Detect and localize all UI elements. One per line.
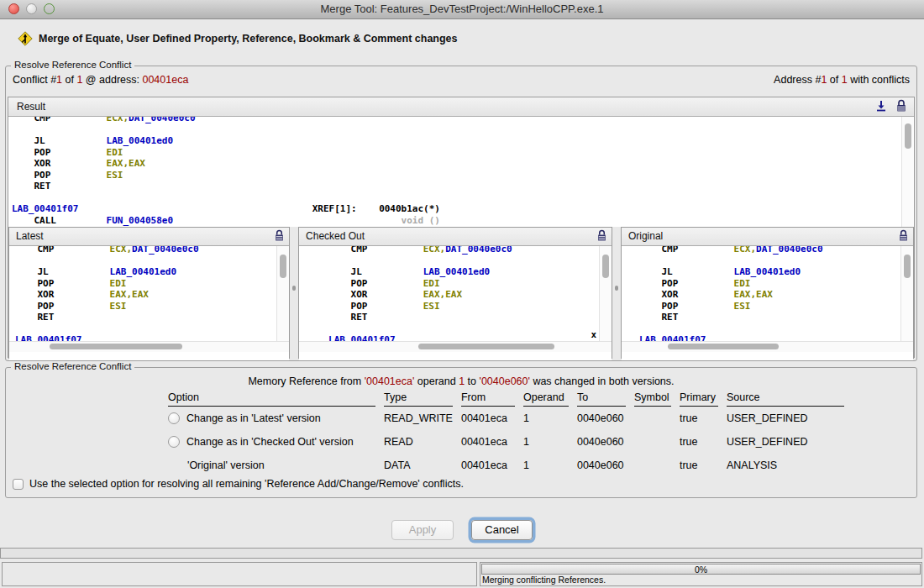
conflict-option-row: 'Original' versionDATA00401eca10040e060t… [168,454,853,477]
cell-source: USER_DEFINED [727,430,853,454]
status-left-panel [2,562,477,586]
latest-vertical-scrollbar[interactable] [276,246,289,341]
checked-out-panel: Checked Out CMP ECX,DAT_0040e0c0 JL [298,227,612,359]
cell-symbol [634,454,680,477]
banner-text: Merge of Equate, User Defined Property, … [39,33,458,45]
scrollbar-thumb[interactable] [418,344,554,349]
lock-icon[interactable] [895,99,907,113]
latest-horizontal-scrollbar[interactable] [9,341,289,352]
checked-out-listing[interactable]: CMP ECX,DAT_0040e0c0 JL LAB_00401ed0 POP… [299,246,612,341]
column-header: Primary [680,391,718,407]
assembly-line: POP EDI [639,278,913,290]
scrollbar-thumb[interactable] [50,344,182,349]
checked-out-vertical-scrollbar[interactable] [599,246,612,341]
status-right-panel: 0% Merging conflicting References. [480,562,922,586]
table-header-row: OptionTypeFromOperandToSymbolPrimarySour… [168,391,853,407]
option-label: 'Original' version [187,459,265,471]
checked-out-horizontal-scrollbar[interactable] [299,341,612,352]
cell-operand: 1 [523,430,577,454]
conflict-option-table: OptionTypeFromOperandToSymbolPrimarySour… [168,391,853,477]
panel-splitter[interactable] [612,227,621,359]
assembly-line: JL LAB_00401ed0 [639,266,913,278]
use-for-all-checkbox[interactable] [13,479,24,490]
original-vertical-scrollbar[interactable] [900,246,913,341]
download-icon[interactable] [874,99,888,113]
assembly-line: XOR EAX,EAX [328,289,612,301]
cell-from: 00401eca [461,454,523,477]
latest-listing[interactable]: CMP ECX,DAT_0040e0c0 JL LAB_00401ed0 POP… [9,246,289,341]
cell-from: 00401eca [461,407,523,430]
option-radio[interactable] [168,412,180,424]
conflict-summary: Conflict #1 of 1 @ address: 00401eca Add… [13,74,910,86]
checked-out-assembly: CMP ECX,DAT_0040e0c0 JL LAB_00401ed0 POP… [299,246,612,341]
scrollbar-thumb[interactable] [602,255,609,278]
cursor-marker: x [591,329,596,340]
conflict-option-row: Change as in 'Latest' versionREAD_WRITE0… [168,407,853,430]
assembly-line: LAB_00401f07 XREF[1]: 0040b1ac(*) [12,203,914,215]
result-title: Result [17,101,45,113]
original-listing[interactable]: CMP ECX,DAT_0040e0c0 JL LAB_00401ed0 POP… [622,246,913,341]
cell-primary: true [680,454,727,477]
assembly-line: POP ESI [328,301,612,312]
assembly-line: XOR EAX,EAX [15,289,289,301]
lock-icon[interactable] [596,229,607,242]
assembly-line: LAB_00401f07 [639,334,913,341]
progress-bar: 0% [481,564,921,575]
merge-tool-window: Merge Tool: Features_DevTestProject:/Win… [0,0,924,588]
apply-button[interactable]: Apply [391,520,454,540]
scrollbar-thumb[interactable] [905,123,911,149]
merge-banner: Merge of Equate, User Defined Property, … [0,18,924,60]
scrollbar-thumb[interactable] [904,255,911,278]
cell-type: READ [384,430,461,454]
column-header: From [461,391,515,407]
splitter-handle[interactable] [292,286,296,291]
merge-sign-icon [17,30,34,47]
scrollbar-thumb[interactable] [668,344,779,349]
assembly-line: JL LAB_00401ed0 [12,135,914,147]
cell-symbol [634,430,680,454]
column-header: Type [384,391,453,407]
version-panels: Latest CMP ECX,DAT_0040e0c0 JL L [8,227,914,359]
panel-splitter[interactable] [290,227,298,359]
result-vertical-scrollbar[interactable] [901,117,914,227]
assembly-line [328,323,612,335]
latest-title: Latest [16,230,44,242]
original-horizontal-scrollbar[interactable] [622,341,913,352]
column-header: Option [168,391,375,407]
column-header: Operand [523,391,569,407]
latest-panel-header: Latest [9,228,289,246]
cell-source: ANALYSIS [727,454,853,477]
option-label[interactable]: Change as in 'Latest' version [186,412,321,424]
assembly-line: XOR EAX,EAX [639,289,913,301]
conflict-counter: Conflict #1 of 1 @ address: 00401eca [13,74,188,86]
assembly-line: POP ESI [15,301,289,312]
checked-out-panel-header: Checked Out [299,228,612,246]
cancel-button[interactable]: Cancel [471,520,533,540]
cell-symbol [634,407,680,430]
splitter-handle[interactable] [615,286,618,291]
assembly-line: POP EDI [12,147,914,159]
panel-footer-pad [622,352,913,360]
status-message: Merging conflicting References. [482,575,606,585]
assembly-line: CMP ECX,DAT_0040e0c0 [328,246,612,255]
option-radio[interactable] [168,436,180,448]
group-title: Resolve Reference Conflict [11,361,134,371]
assembly-line: LAB_00401f07 [15,334,289,341]
conflict-option-row: Change as in 'Checked Out' versionREAD00… [168,430,853,454]
latest-assembly: CMP ECX,DAT_0040e0c0 JL LAB_00401ed0 POP… [9,246,289,341]
checked-out-title: Checked Out [306,230,365,242]
assembly-line: POP ESI [639,301,913,312]
result-listing[interactable]: CMP ECX,DAT_0040e0c0 JL LAB_00401ed0 POP… [8,117,914,227]
cell-primary: true [680,407,727,430]
option-label[interactable]: Change as in 'Checked Out' version [186,436,354,448]
resolve-options-group: Resolve Reference Conflict Memory Refere… [5,367,917,498]
assembly-line [15,323,289,335]
assembly-line: POP EDI [15,278,289,290]
lock-icon[interactable] [274,229,285,242]
lock-icon[interactable] [898,229,909,242]
listing-area: Result CMP ECX,DAT_0040e0 [8,97,915,358]
scrollbar-thumb[interactable] [280,255,286,278]
assembly-line: CALL FUN_004058e0 void () [12,215,914,227]
titlebar[interactable]: Merge Tool: Features_DevTestProject:/Win… [0,0,924,19]
assembly-line: JL LAB_00401ed0 [15,266,289,278]
